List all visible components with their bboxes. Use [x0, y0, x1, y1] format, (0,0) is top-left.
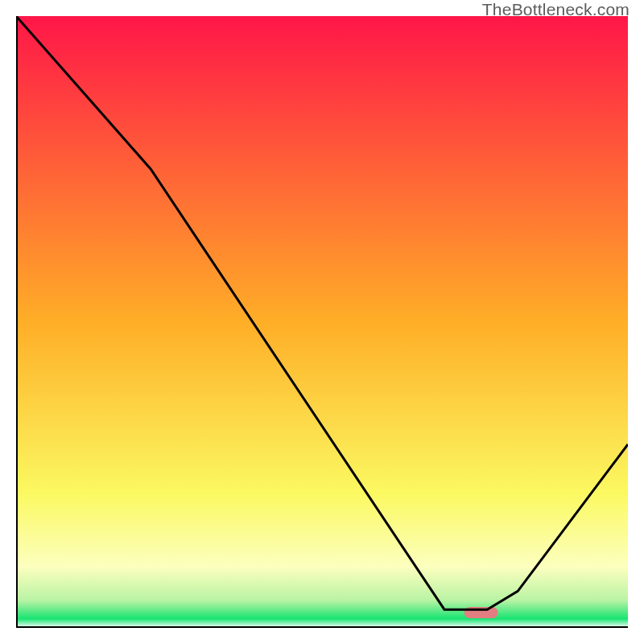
gradient-background	[16, 16, 628, 628]
bottleneck-chart	[16, 16, 628, 628]
chart-container	[16, 16, 628, 628]
